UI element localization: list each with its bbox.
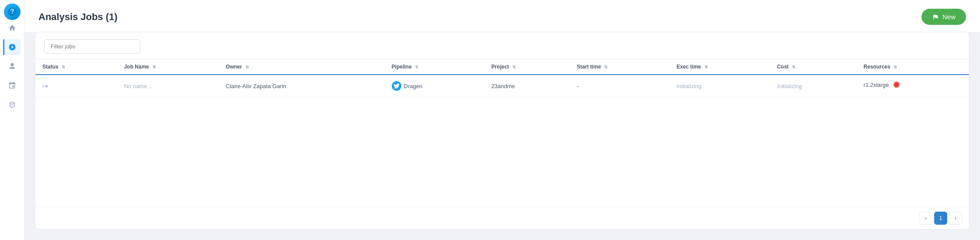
- sort-icon-start-time: ⇅: [604, 65, 607, 69]
- new-button[interactable]: New: [921, 9, 966, 25]
- pagination-page-1[interactable]: 1: [934, 212, 947, 225]
- col-owner[interactable]: Owner ⇅: [219, 59, 385, 75]
- sidebar-item-home[interactable]: [4, 20, 20, 36]
- new-button-label: New: [942, 13, 956, 21]
- pagination-prev[interactable]: ‹: [919, 212, 932, 225]
- main-content: Analysis Jobs (1) New Status ⇅: [24, 0, 980, 240]
- sort-icon-resources: ⇅: [894, 65, 897, 69]
- col-status[interactable]: Status ⇅: [35, 59, 117, 75]
- sort-icon-owner: ⇅: [245, 65, 249, 69]
- sidebar-item-jobs[interactable]: [3, 39, 21, 55]
- col-project[interactable]: Project ⇅: [484, 59, 570, 75]
- sort-icon-job-name: ⇅: [152, 65, 156, 69]
- cell-cost: Initializing: [770, 75, 856, 97]
- sidebar-item-data[interactable]: [4, 97, 20, 113]
- sort-icon-exec-time: ⇅: [704, 65, 708, 69]
- sort-icon-pipeline: ⇅: [415, 65, 418, 69]
- cell-start-time: -: [570, 75, 669, 97]
- sidebar-item-workflows[interactable]: [4, 78, 20, 93]
- sidebar-item-pipelines[interactable]: [4, 58, 20, 74]
- pipeline-name: Dragen: [404, 83, 423, 89]
- col-cost[interactable]: Cost ⇅: [770, 59, 856, 75]
- cell-resources: r1.2xlarge: [856, 75, 969, 94]
- col-exec-time[interactable]: Exec time ⇅: [669, 59, 770, 75]
- resource-status-dot: [893, 81, 900, 88]
- cell-pipeline: Dragen: [385, 75, 484, 97]
- sidebar: [0, 0, 24, 240]
- col-pipeline[interactable]: Pipeline ⇅: [385, 59, 484, 75]
- pipeline-icon: [392, 81, 401, 91]
- cell-project: 23andme: [484, 75, 570, 97]
- page-header: Analysis Jobs (1) New: [24, 0, 980, 32]
- cell-job-name: No name...: [117, 75, 219, 97]
- flag-icon: [932, 14, 939, 21]
- sort-icon-cost: ⇅: [792, 65, 795, 69]
- sort-icon-project: ⇅: [512, 65, 516, 69]
- jobs-table-wrapper: Status ⇅ Job Name ⇅ Owner ⇅ Pipeline: [35, 59, 969, 207]
- content-card: Status ⇅ Job Name ⇅ Owner ⇅ Pipeline: [35, 32, 970, 230]
- cell-owner: Claire-Alix Zapata Garin: [219, 75, 385, 97]
- resource-type: r1.2xlarge: [863, 82, 889, 88]
- pipeline-badge: Dragen: [392, 81, 477, 91]
- table-header-row: Status ⇅ Job Name ⇅ Owner ⇅ Pipeline: [35, 59, 969, 75]
- col-start-time[interactable]: Start time ⇅: [570, 59, 669, 75]
- pagination: ‹ 1 ›: [35, 207, 969, 229]
- pagination-next[interactable]: ›: [949, 212, 962, 225]
- filter-input[interactable]: [44, 39, 140, 54]
- sort-icon-status: ⇅: [62, 65, 65, 69]
- jobs-table: Status ⇅ Job Name ⇅ Owner ⇅ Pipeline: [35, 59, 969, 97]
- filter-bar: [35, 32, 969, 59]
- col-job-name[interactable]: Job Name ⇅: [117, 59, 219, 75]
- svg-point-1: [12, 13, 13, 14]
- page-title: Analysis Jobs (1): [38, 11, 117, 23]
- table-row[interactable]: No name...Claire-Alix Zapata Garin Drage…: [35, 75, 969, 97]
- app-logo: [4, 3, 21, 20]
- cell-exec-time: Initializing: [669, 75, 770, 97]
- col-resources[interactable]: Resources ⇅: [856, 59, 969, 75]
- status-spinner: [42, 85, 110, 87]
- cell-status: [35, 75, 117, 97]
